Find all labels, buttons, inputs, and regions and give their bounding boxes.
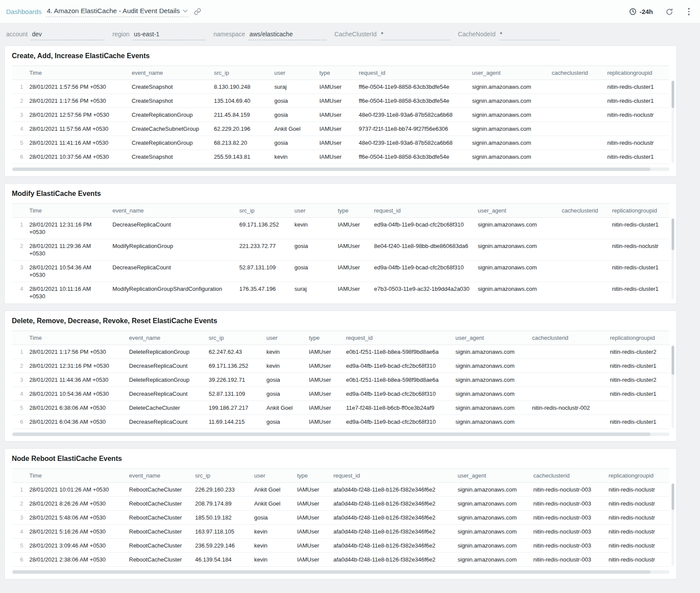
cell-request_id: afa0d44b-f248-11e8-b126-f382e346f6e2 — [332, 525, 456, 539]
column-header-time[interactable]: Time — [28, 66, 130, 80]
column-header-request_id[interactable]: request_id — [372, 204, 476, 218]
cell-type: IAMUser — [318, 122, 357, 136]
vertical-scrollbar[interactable] — [672, 345, 674, 428]
cell-replicationgroupid: nitin-redis-noclustr — [607, 511, 669, 525]
table-row[interactable]: 528/01/2021 3:09:46 AM +0530RebootCacheC… — [12, 539, 669, 553]
cell-request_id: ed9a-04fb-11e9-bcad-cfc2bc68f310 — [344, 387, 454, 401]
filter-account[interactable]: account dev — [6, 31, 105, 40]
dashboard-title-selector[interactable]: 4. Amazon ElastiCache - Audit Event Deta… — [46, 6, 189, 17]
horizontal-scrollbar[interactable] — [12, 570, 669, 574]
table-row[interactable]: 628/01/2021 6:04:36 AM +0530DecreaseRepl… — [12, 415, 669, 429]
column-header-event_name[interactable]: event_name — [111, 204, 238, 218]
horizontal-scrollbar[interactable] — [12, 433, 669, 436]
table-row[interactable]: 428/01/2021 5:16:26 AM +0530RebootCacheC… — [12, 525, 669, 539]
table-row[interactable]: 328/01/2021 12:57:56 PM +0530CreateRepli… — [12, 108, 669, 122]
cell-replicationgroupid: nitin-redis-cluster1 — [608, 387, 669, 401]
filter-value-input[interactable]: * — [380, 31, 450, 40]
column-header-cacheclusterid[interactable]: cacheclusterid — [550, 66, 606, 80]
table-row[interactable]: 428/01/2021 10:11:16 AM +0530ModifyRepli… — [12, 282, 669, 300]
table-row[interactable]: 528/01/2021 11:41:16 AM +0530CreateRepli… — [12, 136, 669, 150]
kebab-menu-icon[interactable] — [686, 7, 693, 16]
share-link-button[interactable] — [194, 8, 201, 15]
row-number: 5 — [12, 539, 28, 553]
filter-value-input[interactable]: dev — [31, 31, 105, 40]
column-header-src_ip[interactable]: src_ip — [238, 204, 293, 218]
column-header-cacheclusterid[interactable]: cacheclusterid — [560, 204, 610, 218]
table-row[interactable]: 128/01/2021 1:57:56 PM +0530CreateSnapsh… — [12, 80, 669, 94]
column-header-time[interactable]: Time — [28, 331, 127, 345]
table-row[interactable]: 428/01/2021 10:54:36 AM +0530DecreaseRep… — [12, 387, 669, 401]
table-row[interactable]: 128/01/2021 12:31:16 PM +0530DecreaseRep… — [12, 218, 669, 239]
column-header-replicationgroupid[interactable]: replicationgroupid — [606, 66, 669, 80]
column-header-time[interactable]: Time — [28, 204, 111, 218]
column-header-src_ip[interactable]: src_ip — [193, 469, 252, 483]
filter-value-input[interactable]: aws/elasticache — [248, 31, 326, 40]
cell-user: kevin — [252, 539, 295, 553]
refresh-button[interactable] — [665, 8, 673, 16]
column-header-request_id[interactable]: request_id — [344, 331, 454, 345]
row-number: 2 — [12, 359, 28, 373]
table-row[interactable]: 128/01/2021 1:17:56 PM +0530DeleteReplic… — [12, 345, 669, 359]
column-header-user[interactable]: user — [252, 469, 295, 483]
table-row[interactable]: 628/01/2021 2:38:06 AM +0530RebootCacheC… — [12, 553, 669, 567]
column-header-type[interactable]: type — [318, 66, 357, 80]
filter-label: CacheNodeId — [458, 31, 496, 38]
horizontal-scrollbar[interactable] — [12, 167, 669, 171]
column-header-src_ip[interactable]: src_ip — [207, 331, 265, 345]
table-row[interactable]: 328/01/2021 5:48:06 AM +0530RebootCacheC… — [12, 511, 669, 525]
column-header-user_agent[interactable]: user_agent — [454, 331, 530, 345]
filter-value-input[interactable]: * — [499, 31, 561, 40]
column-header-cacheclusterid[interactable]: cacheclusterid — [532, 469, 607, 483]
table-row[interactable]: 228/01/2021 12:31:16 PM +0530DecreaseRep… — [12, 359, 669, 373]
vertical-scrollbar[interactable] — [672, 483, 674, 566]
column-header-event_name[interactable]: event_name — [127, 469, 193, 483]
vertical-scrollbar[interactable] — [672, 218, 674, 299]
time-range-picker[interactable]: -24h — [629, 8, 653, 15]
table-row[interactable]: 228/01/2021 8:26:26 AM +0530RebootCacheC… — [12, 497, 669, 511]
table-row[interactable]: 628/01/2021 10:37:56 AM +0530CreateSnaps… — [12, 150, 669, 164]
filter-region[interactable]: region us-east-1 — [112, 31, 206, 40]
cell-user_agent: signin.amazonaws.com — [476, 261, 560, 282]
table-row[interactable]: 228/01/2021 11:29:36 AM +0530ModifyRepli… — [12, 239, 669, 261]
column-header-event_name[interactable]: event_name — [130, 66, 212, 80]
column-header-src_ip[interactable]: src_ip — [212, 66, 273, 80]
table-row[interactable]: 228/01/2021 1:17:56 PM +0530CreateSnapsh… — [12, 94, 669, 108]
column-header-user[interactable]: user — [293, 204, 336, 218]
events-table: Timeevent_namesrc_ipusertyperequest_idus… — [12, 468, 669, 567]
column-header-time[interactable]: Time — [28, 469, 127, 483]
column-header-cacheclusterid[interactable]: cacheclusterid — [530, 331, 608, 345]
table-row[interactable]: 328/01/2021 11:44:36 AM +0530DeleteRepli… — [12, 373, 669, 387]
column-header-user_agent[interactable]: user_agent — [470, 66, 550, 80]
column-header-user_agent[interactable]: user_agent — [476, 204, 560, 218]
filter-value-input[interactable]: us-east-1 — [133, 31, 206, 40]
table-row[interactable]: 528/01/2021 6:38:06 AM +0530DeleteCacheC… — [12, 401, 669, 415]
column-header-request_id[interactable]: request_id — [332, 469, 456, 483]
cell-cacheclusterid — [550, 150, 606, 164]
filter-cacheclusterid[interactable]: CacheClusterId * — [334, 31, 450, 40]
filter-namespace[interactable]: namespace aws/elasticache — [214, 31, 326, 40]
cell-event_name: DeleteReplicationGroup — [127, 345, 207, 359]
column-header-user[interactable]: user — [273, 66, 318, 80]
column-header-rownum — [12, 204, 28, 218]
column-header-type[interactable]: type — [295, 469, 332, 483]
cell-src_ip: 46.139.54.184 — [193, 553, 252, 567]
column-header-replicationgroupid[interactable]: replicationgroupid — [610, 204, 669, 218]
column-header-request_id[interactable]: request_id — [357, 66, 470, 80]
breadcrumb[interactable]: Dashboards — [6, 8, 42, 15]
filter-cachenodeid[interactable]: CacheNodeId * — [458, 31, 561, 40]
table-row[interactable]: 328/01/2021 10:54:36 AM +0530DecreaseRep… — [12, 261, 669, 282]
table-row[interactable]: 128/01/2021 10:01:26 AM +0530RebootCache… — [12, 483, 669, 497]
column-header-type[interactable]: type — [307, 331, 344, 345]
vertical-scrollbar[interactable] — [672, 80, 674, 163]
column-header-type[interactable]: type — [336, 204, 372, 218]
column-header-event_name[interactable]: event_name — [127, 331, 207, 345]
cell-time: 28/01/2021 12:31:16 PM +0530 — [28, 359, 127, 373]
column-header-replicationgroupid[interactable]: replicationgroupid — [608, 331, 669, 345]
cell-user_agent: signin.amazonaws.com — [476, 282, 560, 300]
cell-src_ip: 11.69.144.215 — [207, 415, 265, 429]
column-header-replicationgroupid[interactable]: replicationgroupid — [607, 469, 669, 483]
column-header-user_agent[interactable]: user_agent — [456, 469, 532, 483]
events-table: Timeevent_namesrc_ipusertyperequest_idus… — [12, 331, 669, 429]
column-header-user[interactable]: user — [265, 331, 307, 345]
table-row[interactable]: 428/01/2021 11:57:56 AM +0530CreateCache… — [12, 122, 669, 136]
